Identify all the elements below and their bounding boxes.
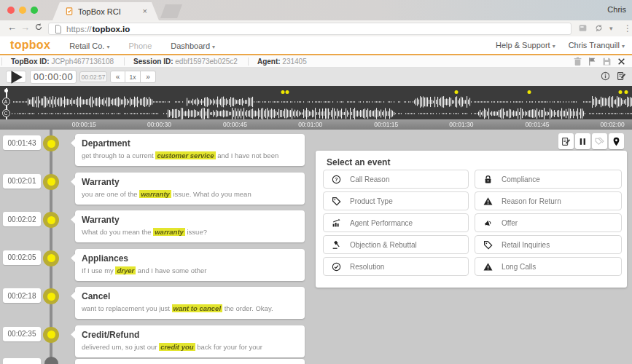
back-button[interactable]: ← [7, 22, 17, 33]
timeline-rows: 00:01:43Departmentget through to a curre… [0, 134, 313, 363]
snippet-text: issue? [185, 228, 207, 236]
chevron-down-icon: ▾ [553, 43, 555, 50]
snippet-highlight: dryer [115, 266, 136, 274]
nav-item-chris-tranquill[interactable]: Chris Tranquill▾ [569, 41, 625, 50]
trash-icon[interactable] [573, 57, 582, 66]
event-button-retail-inquiries[interactable]: Retail Inquiries [475, 235, 622, 254]
pin-button[interactable] [609, 133, 624, 149]
timeline-row: 00:02:18Cancelwant to replacement you ju… [0, 287, 313, 325]
play-button[interactable] [6, 71, 26, 83]
question-circle-icon: ? [332, 175, 341, 184]
timebar-tick-label: 00:01:00 [298, 121, 322, 128]
save-icon[interactable] [602, 57, 612, 66]
timeline-event-dot[interactable] [43, 288, 59, 304]
tab-close-icon[interactable]: × [143, 7, 147, 15]
new-tab-button[interactable] [160, 4, 182, 18]
tag-icon [332, 197, 341, 206]
reload-button[interactable] [34, 23, 43, 31]
forward-button[interactable]: → [20, 22, 30, 33]
browser-caret-icon[interactable]: ▾ [609, 25, 613, 32]
event-button-offer[interactable]: Offer [475, 213, 622, 232]
timeline-event-dot[interactable] [43, 212, 59, 228]
transcript-card[interactable]: AppliancesIf I use my dryer and I have s… [75, 249, 305, 281]
rewind-button[interactable]: « [110, 71, 125, 83]
note-edit-button[interactable] [558, 133, 574, 149]
timeline-event-dot[interactable] [43, 174, 59, 190]
timeline-row: 00:02:01Warrantyyou are one of the warra… [0, 173, 313, 211]
nav-item-retail-co-[interactable]: Retail Co.▾ [69, 41, 109, 50]
transcript-card[interactable]: Departmentget through to a current custo… [75, 134, 305, 166]
snippet-text: If I use my [82, 266, 115, 274]
snippet-highlight: warranty [153, 228, 185, 236]
minimize-window-button[interactable] [19, 7, 26, 14]
waveform-event-marker [454, 90, 458, 94]
session-field-value: JCPph4677136108 [51, 58, 114, 66]
browser-tab[interactable]: TopBox RCI × [52, 2, 159, 20]
fast-forward-button[interactable]: » [141, 71, 156, 83]
player-right-icons [601, 71, 626, 81]
maximize-window-button[interactable] [31, 7, 38, 14]
browser-profile-icon[interactable] [578, 23, 588, 33]
snippet-text: delivered um, so just our [82, 343, 159, 351]
waveform-canvas[interactable] [0, 86, 632, 119]
url-bar[interactable]: https:// topbox.io [48, 23, 571, 35]
nav-item-phone[interactable]: Phone [128, 41, 152, 50]
transcript-card-partial[interactable] [75, 359, 305, 364]
timebar-tick-label: 00:00:15 [72, 121, 96, 128]
speed-button[interactable]: 1x [125, 71, 141, 83]
url-domain: topbox.io [93, 25, 130, 33]
snippet-text: want to replacement you just [82, 304, 172, 312]
event-button-long-calls[interactable]: Long Calls [475, 257, 622, 276]
app-window: TopBox RCI × Chris ← → https:// topbox.i… [0, 0, 632, 364]
waveform-area[interactable]: A C [0, 86, 632, 119]
info-circle-icon[interactable] [601, 71, 610, 81]
event-button-call-reason[interactable]: ?Call Reason [323, 170, 469, 189]
event-button-resolution[interactable]: Resolution [323, 257, 469, 276]
waveform-event-marker [285, 90, 289, 94]
bar-chart-icon [332, 218, 341, 228]
close-window-button[interactable] [7, 7, 15, 14]
playhead-handle[interactable] [4, 89, 8, 92]
waveform-timebar[interactable]: 00:00:1500:00:3000:00:4500:01:0000:01:15… [0, 119, 632, 130]
transcript-card-title: Credit/Refund [82, 330, 298, 340]
tab-title: TopBox RCI [78, 7, 121, 16]
timebar-tick-label: 00:01:15 [374, 121, 398, 128]
browser-extension-icon[interactable] [594, 23, 604, 33]
session-field-label: Session ID: [133, 58, 175, 66]
waveform-event-marker [619, 90, 623, 94]
pause-button[interactable] [575, 133, 590, 149]
session-field-label: Agent: [257, 58, 282, 66]
transcript-card[interactable]: Cancelwant to replacement you just want … [75, 287, 305, 319]
topbox-logo[interactable]: topbox [10, 39, 50, 52]
snippet-text: back for your for your [195, 343, 262, 351]
transcript-card[interactable]: Warrantyyou are one of the warranty issu… [75, 173, 305, 205]
waveform-event-marker [625, 90, 628, 94]
nav-item-help-support[interactable]: Help & Support▾ [496, 41, 555, 50]
timestamp-badge: 00:02:05 [3, 250, 41, 265]
check-circle-icon [332, 262, 341, 272]
tags-button[interactable] [592, 133, 607, 149]
main-content: 00:01:43Departmentget through to a curre… [0, 130, 632, 364]
event-button-objection-rebuttal[interactable]: Objection & Rebuttal [323, 235, 469, 254]
flag-icon[interactable] [588, 57, 597, 66]
nav-item-dashboard[interactable]: Dashboard▾ [171, 41, 215, 50]
timeline-event-dot[interactable] [43, 250, 59, 266]
event-button-compliance[interactable]: Compliance [475, 170, 622, 189]
event-button-reason-for-return[interactable]: Reason for Return [475, 191, 622, 210]
transcript-card[interactable]: WarrantyWhat do you mean the warranty is… [75, 210, 305, 242]
transcript-card-title: Warranty [82, 215, 298, 225]
timestamp-badge: 00:02:01 [3, 174, 41, 189]
event-button-agent-performance[interactable]: Agent Performance [323, 213, 469, 232]
transcript-card[interactable]: Credit/Refunddelivered um, so just our c… [75, 325, 305, 357]
session-field: TopBox ID: JCPph4677136108 [1, 58, 122, 66]
timeline-event-dot[interactable] [43, 327, 59, 343]
note-edit-icon[interactable] [617, 71, 626, 81]
timeline-event-dot[interactable] [43, 135, 59, 151]
snippet-text: you are one of the [82, 190, 139, 198]
session-icons [573, 57, 626, 66]
transcript-card-snippet: What do you mean the warranty issue? [82, 228, 298, 236]
event-button-product-type[interactable]: Product Type [323, 191, 469, 210]
snippet-highlight: credit you [159, 343, 195, 351]
close-icon[interactable] [617, 57, 626, 66]
browser-menu-icon[interactable]: ⋮ [623, 23, 632, 33]
